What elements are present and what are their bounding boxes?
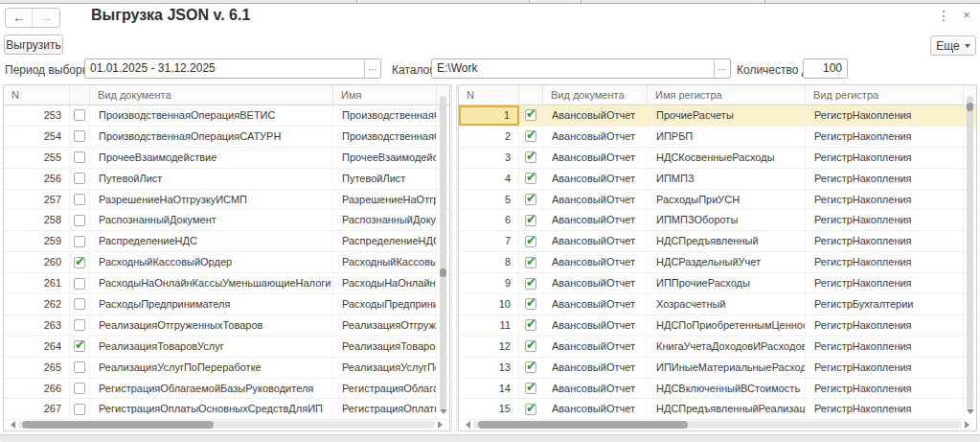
scroll-left-icon[interactable] [7,421,15,429]
scrollbar-thumb[interactable] [478,421,688,429]
catalog-input[interactable]: E:\Work ... [431,58,731,79]
more-menu-icon[interactable]: ⋮ [937,8,950,23]
row-checkbox[interactable]: ✔ [525,109,536,121]
row-checkbox[interactable]: ✔ [525,319,536,331]
table-row[interactable]: 13✔АвансовыйОтчетИПИныеМатериальныеРасхо… [459,358,976,379]
back-button[interactable]: ← [6,9,33,27]
scrollbar-thumb[interactable] [440,268,446,277]
scroll-right-icon[interactable] [438,421,446,429]
row-checkbox[interactable]: ✔ [525,340,536,352]
column-header[interactable]: Имя регистра [648,85,806,105]
table-row[interactable]: 253ПроизводственнаяОперацияВЕТИСПроизвод… [4,105,449,127]
column-header[interactable]: N [4,85,70,105]
table-row[interactable]: 15✔АвансовыйОтчетНДСПредъявленныйРеализа… [459,399,976,420]
table-row[interactable]: 265РеализацияУслугПоПереработкеРеализаци… [4,358,449,379]
row-checkbox[interactable]: ✔ [525,215,536,226]
column-header[interactable]: Вид регистра [806,85,964,105]
table-row[interactable]: 259РаспределениеНДСРаспределениеНДС [4,231,449,252]
vertical-scrollbar[interactable] [439,87,447,418]
table-row[interactable]: 264✔РеализацияТоваровУслугРеализацияТова… [4,337,449,358]
row-checkbox[interactable]: ✔ [525,298,536,310]
table-row[interactable]: 12✔АвансовыйОтчетКнигаУчетаДоходовИРасхо… [459,337,976,358]
row-checkbox[interactable]: ✔ [525,151,536,163]
row-checkbox[interactable]: ✔ [525,236,536,247]
table-row[interactable]: 261РасходыНаОнлайнКассыУменьшающиеНалоги… [4,273,449,294]
table-row[interactable]: 6✔АвансовыйОтчетИПМПЗОборотыРегистрНакоп… [459,210,976,231]
row-checkbox[interactable]: ✔ [525,130,536,142]
table-row[interactable]: 1✔АвансовыйОтчетПрочиеРасчетыРегистрНако… [459,105,976,127]
column-header[interactable]: Вид документа [543,85,648,105]
scrollbar-track[interactable] [18,421,435,429]
scroll-down-icon[interactable] [440,409,447,418]
row-checkbox[interactable] [74,236,85,247]
table-row[interactable]: 7✔АвансовыйОтчетНДСПредъявленныйРегистрН… [459,231,976,252]
row-checkbox[interactable]: ✔ [74,340,85,352]
table-row[interactable]: 267РегистрацияОплатыОсновныхСредствДляИП… [4,399,449,420]
days-input[interactable]: 100 [803,58,848,79]
row-checkbox[interactable] [74,130,85,142]
row-checkbox[interactable] [74,361,85,373]
row-number-cell: 259 [4,231,70,251]
row-checkbox[interactable] [74,404,85,415]
table-row[interactable]: 2✔АвансовыйОтчетИПРБПРегистрНакопления [459,127,976,148]
period-input[interactable]: 01.01.2025 - 31.12.2025 ... [84,58,381,79]
close-icon[interactable]: × [959,8,974,22]
row-checkbox[interactable]: ✔ [74,257,85,268]
row-checkbox[interactable] [74,151,85,163]
table-row[interactable]: 9✔АвансовыйОтчетИППрочиеРасходыРегистрНа… [459,273,976,294]
row-checkbox[interactable] [74,383,85,394]
panel-splitter[interactable] [451,84,457,431]
row-checkbox[interactable]: ✔ [525,173,536,184]
scrollbar-thumb[interactable] [22,421,214,429]
column-header[interactable]: N [459,85,519,105]
row-checkbox[interactable] [74,194,85,205]
table-row[interactable]: 8✔АвансовыйОтчетНДСРаздельныйУчетРегистр… [459,252,976,273]
column-header[interactable]: Вид документа [90,85,333,105]
vertical-scrollbar[interactable] [966,87,974,418]
forward-button[interactable]: → [33,9,59,27]
scroll-left-icon[interactable] [462,421,470,429]
scrollbar-track[interactable] [440,96,446,409]
table-row[interactable]: 254ПроизводственнаяОперацияСАТУРНПроизво… [4,127,449,148]
more-button[interactable]: Еще [930,35,976,56]
row-checkbox[interactable] [74,278,85,290]
table-row[interactable]: 3✔АвансовыйОтчетНДСКосвенныеРасходыРегис… [459,148,976,169]
scrollbar-thumb[interactable] [967,103,973,111]
row-checkbox[interactable] [74,319,85,331]
row-checkbox[interactable] [74,173,85,184]
table-row[interactable]: 11✔АвансовыйОтчетНДСПоПриобретеннымЦенно… [459,315,976,337]
row-checkbox[interactable]: ✔ [525,278,536,290]
row-checkbox[interactable]: ✔ [525,404,536,415]
scroll-down-icon[interactable] [967,409,974,418]
table-row[interactable]: 14✔АвансовыйОтчетНДСВключенныйВСтоимость… [459,379,976,400]
row-checkbox[interactable] [74,109,85,121]
table-row[interactable]: 257РазрешениеНаОтгрузкуИСМПРазрешениеНаО… [4,190,449,211]
table-row[interactable]: 5✔АвансовыйОтчетРасходыПриУСНРегистрНако… [459,190,976,211]
table-row[interactable]: 10✔АвансовыйОтчетХозрасчетныйРегистрБухг… [459,294,976,315]
column-header[interactable] [70,85,90,105]
row-checkbox[interactable] [74,215,85,226]
row-checkbox[interactable]: ✔ [525,194,536,205]
row-checkbox[interactable]: ✔ [525,257,536,268]
table-row[interactable]: 263РеализацияОтгруженныхТоваровРеализаци… [4,315,449,337]
table-row[interactable]: 258РаспознанныйДокументРаспознанныйДокум… [4,210,449,231]
row-checkbox[interactable]: ✔ [525,361,536,373]
table-row[interactable]: 266РегистрацияОблагаемойБазыРуководителя… [4,379,449,400]
table-row[interactable]: 255ПрочееВзаимодействиеПрочееВзаимодейст… [4,148,449,169]
column-header[interactable]: Имя [333,85,437,105]
table-row[interactable]: 262РасходыПредпринимателяРасходыПредприн… [4,294,449,315]
row-checkbox[interactable]: ✔ [525,383,536,394]
export-button[interactable]: Выгрузить [4,35,63,55]
catalog-picker-button[interactable]: ... [714,59,730,78]
column-header[interactable] [519,85,543,105]
horizontal-scrollbar[interactable] [462,420,973,429]
row-checkbox[interactable] [74,298,85,310]
horizontal-scrollbar[interactable] [7,420,446,429]
period-picker-button[interactable]: ... [364,59,380,78]
scrollbar-track[interactable] [967,96,973,409]
table-row[interactable]: 4✔АвансовыйОтчетИПМПЗРегистрНакопления [459,169,976,190]
table-row[interactable]: 260✔РасходныйКассовыйОрдерРасходныйКассо… [4,252,449,273]
scrollbar-track[interactable] [473,421,962,429]
table-row[interactable]: 256ПутевойЛистПутевойЛист [4,169,449,190]
scroll-right-icon[interactable] [965,421,973,429]
